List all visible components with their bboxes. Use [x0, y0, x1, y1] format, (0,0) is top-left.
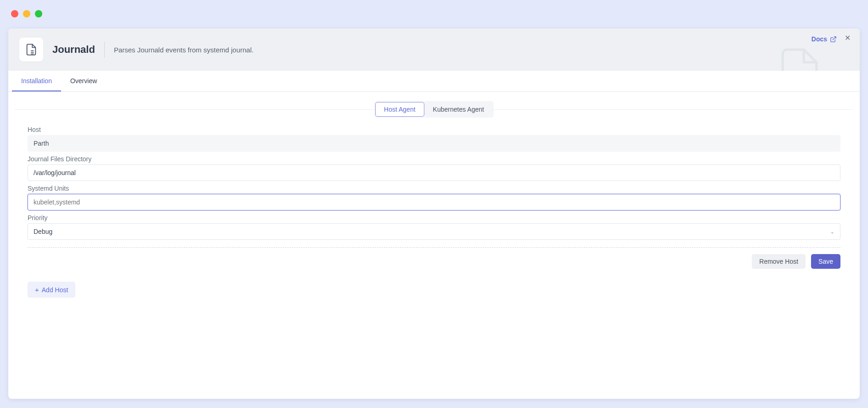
window-close-dot[interactable]	[11, 10, 18, 17]
page-title: Journald	[52, 44, 95, 56]
agent-type-toggle: Host Agent Kubernetes Agent	[374, 101, 494, 118]
integration-icon	[19, 38, 43, 62]
modal-content: Host Agent Kubernetes Agent Host Parth J…	[8, 92, 860, 399]
priority-label: Priority	[28, 214, 840, 221]
add-host-button[interactable]: + Add Host	[28, 282, 75, 298]
window-traffic-lights	[0, 0, 868, 22]
docs-label: Docs	[812, 35, 827, 43]
kubernetes-agent-button[interactable]: Kubernetes Agent	[424, 102, 493, 117]
remove-host-button[interactable]: Remove Host	[752, 254, 806, 269]
decorative-file-icon	[774, 45, 825, 71]
window-maximize-dot[interactable]	[35, 10, 42, 17]
save-button[interactable]: Save	[811, 254, 840, 269]
external-link-icon	[830, 36, 837, 43]
svg-line-6	[833, 36, 836, 40]
host-agent-button[interactable]: Host Agent	[375, 102, 424, 117]
priority-select[interactable]: Debug	[28, 223, 840, 240]
systemd-units-input[interactable]	[28, 194, 840, 210]
integration-modal: Journald Parses Journald events from sys…	[8, 28, 860, 399]
tab-overview[interactable]: Overview	[61, 71, 106, 91]
host-value: Parth	[28, 135, 840, 152]
journal-dir-input[interactable]	[28, 164, 840, 181]
form-divider	[28, 247, 840, 248]
file-icon	[25, 43, 38, 56]
window-minimize-dot[interactable]	[23, 10, 30, 17]
add-host-label: Add Host	[42, 286, 68, 294]
docs-link[interactable]: Docs	[812, 35, 837, 43]
systemd-units-label: Systemd Units	[28, 185, 840, 192]
tab-installation[interactable]: Installation	[12, 71, 61, 91]
host-form: Host Parth Journal Files Directory Syste…	[15, 126, 853, 272]
page-subtitle: Parses Journald events from systemd jour…	[114, 46, 254, 54]
plus-icon: +	[35, 286, 39, 294]
close-icon[interactable]: ✕	[843, 35, 851, 43]
journal-dir-label: Journal Files Directory	[28, 155, 840, 163]
modal-tabs: Installation Overview	[8, 71, 860, 92]
app-window: Journald Parses Journald events from sys…	[0, 0, 868, 408]
modal-header: Journald Parses Journald events from sys…	[8, 28, 860, 71]
host-label: Host	[28, 126, 840, 133]
header-divider	[104, 42, 105, 57]
